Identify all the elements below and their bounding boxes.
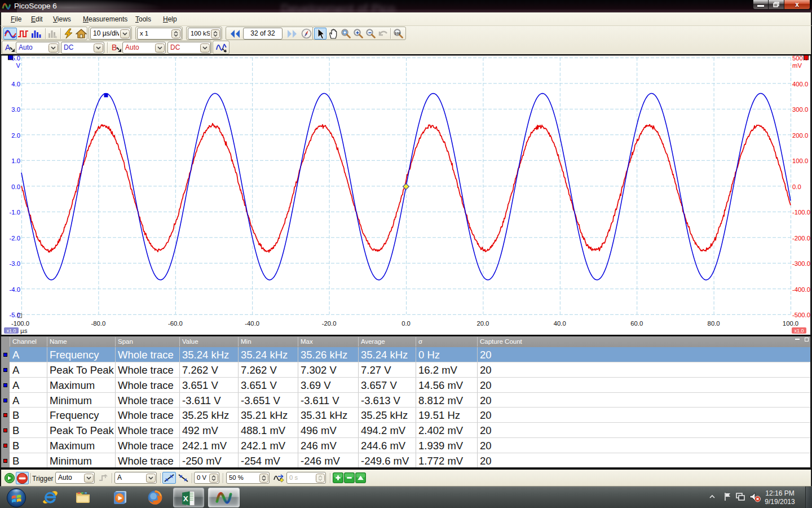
svg-text:x1.0: x1.0	[6, 328, 16, 334]
svg-text:0.0: 0.0	[401, 320, 411, 327]
svg-text:-20.0: -20.0	[322, 320, 337, 327]
svg-text:mV: mV	[792, 62, 802, 69]
svg-text:0.0: 0.0	[11, 183, 20, 190]
svg-text:-80.0: -80.0	[91, 320, 106, 327]
svg-text:µs: µs	[20, 327, 28, 334]
svg-text:20.0: 20.0	[476, 320, 489, 327]
svg-text:V: V	[16, 62, 20, 69]
svg-text:-40.0: -40.0	[245, 320, 259, 327]
svg-text:500.0: 500.0	[792, 55, 808, 62]
svg-text:X: X	[183, 494, 188, 503]
svg-text:80.0: 80.0	[708, 320, 720, 327]
svg-text:-2.0: -2.0	[10, 235, 20, 242]
svg-text:-60.0: -60.0	[168, 320, 183, 327]
svg-text:-100.0: -100.0	[11, 320, 29, 327]
svg-text:100.0: 100.0	[792, 157, 808, 164]
svg-text:5.0: 5.0	[11, 55, 20, 62]
svg-text:1.0: 1.0	[11, 157, 20, 164]
svg-text:0.0: 0.0	[792, 183, 801, 190]
svg-text:200.0: 200.0	[792, 132, 808, 139]
svg-text:100.0: 100.0	[783, 320, 798, 327]
svg-text:-400.0: -400.0	[792, 286, 810, 293]
svg-text:2.0: 2.0	[11, 132, 20, 139]
svg-text:4.0: 4.0	[11, 81, 20, 87]
svg-text:-300.0: -300.0	[792, 260, 810, 267]
svg-text:300.0: 300.0	[792, 106, 808, 113]
svg-text:100: 100	[395, 30, 401, 34]
svg-text:3.0: 3.0	[11, 106, 20, 113]
svg-text:400.0: 400.0	[792, 81, 808, 87]
svg-text:-4.0: -4.0	[10, 286, 20, 293]
svg-text:60.0: 60.0	[630, 320, 643, 327]
svg-text:40.0: 40.0	[554, 320, 566, 327]
svg-text:-3.0: -3.0	[10, 260, 20, 267]
svg-text:-100.0: -100.0	[792, 209, 810, 216]
svg-text:-500.0: -500.0	[792, 312, 810, 318]
svg-text:-200.0: -200.0	[792, 235, 810, 242]
svg-text:-5.0: -5.0	[10, 312, 20, 318]
svg-text:-1.0: -1.0	[10, 209, 20, 216]
svg-text:x1.0: x1.0	[794, 328, 804, 334]
